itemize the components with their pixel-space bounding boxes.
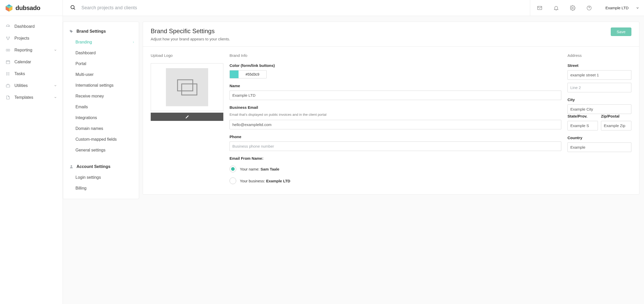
nav-calendar[interactable]: Calendar	[0, 56, 63, 68]
logo-upload-zone[interactable]	[151, 63, 223, 111]
svg-rect-27	[182, 84, 197, 95]
settings-item-label: Integrations	[75, 115, 97, 120]
zip-input[interactable]	[601, 121, 631, 130]
svg-point-12	[6, 37, 7, 38]
image-placeholder-icon	[166, 68, 208, 106]
nav-reporting[interactable]: Reporting	[0, 44, 63, 56]
svg-point-16	[7, 50, 8, 50]
radio-label: Your name: Sam Taale	[240, 167, 279, 171]
business-email-input[interactable]	[230, 120, 561, 129]
brand-color-picker[interactable]: #55d3c9	[230, 70, 267, 78]
color-swatch	[230, 70, 239, 78]
radio-prefix: Your name:	[240, 167, 260, 171]
checklist-icon	[6, 71, 10, 76]
account-settings-header: Account Settings	[63, 163, 139, 172]
branch-icon	[6, 36, 10, 41]
state-label: State/Prov.	[567, 114, 598, 118]
settings-item-label: Login settings	[75, 175, 101, 180]
settings-item-custom-mapped-fields[interactable]: Custom-mapped fields	[63, 134, 139, 145]
help-icon[interactable]	[584, 3, 594, 13]
nav-item-label: Utilities	[14, 83, 28, 88]
svg-rect-17	[6, 61, 10, 64]
settings-item-label: Branding	[75, 40, 92, 44]
settings-item-international[interactable]: International settings	[63, 80, 139, 91]
zip-label: Zip/Postal	[601, 114, 631, 118]
brand-area[interactable]: dubsado	[0, 0, 63, 16]
layout-body: Dashboard Projects Reporting Calendar Ta…	[0, 16, 644, 304]
brand-name-input[interactable]	[230, 91, 561, 100]
brand-info-section-label: Brand Info	[230, 53, 561, 58]
nav-item-label: Calendar	[14, 60, 31, 64]
address-section-label: Address	[567, 53, 631, 58]
nav-item-label: Tasks	[14, 71, 25, 76]
nav-item-label: Projects	[14, 36, 29, 41]
main-nav: Dashboard Projects Reporting Calendar Ta…	[0, 16, 63, 304]
radio-label: Your business: Example LTD	[240, 179, 290, 183]
settings-item-multi-user[interactable]: Multi-user	[63, 69, 139, 80]
svg-point-25	[70, 30, 71, 31]
svg-point-13	[9, 37, 10, 38]
bell-icon[interactable]	[551, 3, 561, 13]
svg-point-8	[572, 7, 573, 9]
pencil-icon	[185, 115, 189, 119]
email-from-name-label: Email From Name:	[230, 156, 561, 160]
settings-item-integrations[interactable]: Integrations	[63, 112, 139, 123]
radio-button[interactable]	[230, 177, 236, 184]
country-input[interactable]	[567, 142, 631, 152]
radio-your-business[interactable]: Your business: Example LTD	[230, 177, 561, 184]
svg-line-6	[74, 8, 75, 10]
chevron-down-icon	[54, 96, 57, 99]
section-title: Brand Settings	[77, 29, 106, 34]
nav-item-label: Reporting	[14, 48, 32, 52]
calendar-icon	[6, 60, 10, 64]
phone-label: Phone	[230, 135, 561, 139]
nav-item-label: Dashboard	[14, 24, 35, 29]
search-input[interactable]	[81, 5, 184, 11]
topbar: dubsado Example LTD	[0, 0, 644, 16]
radio-your-name[interactable]: Your name: Sam Taale	[230, 166, 561, 172]
settings-item-emails[interactable]: Emails	[63, 102, 139, 112]
name-label: Name	[230, 84, 561, 88]
street-label: Street	[567, 63, 631, 68]
svg-point-5	[71, 5, 74, 9]
settings-item-billing[interactable]: Billing	[63, 183, 139, 194]
city-label: City	[567, 97, 631, 102]
svg-rect-15	[6, 49, 10, 51]
upload-logo-label: Upload Logo	[151, 53, 223, 58]
settings-item-portal[interactable]: Portal	[63, 58, 139, 69]
state-input[interactable]	[567, 121, 598, 130]
gear-icon[interactable]	[568, 3, 578, 13]
settings-item-label: Multi-user	[75, 72, 94, 77]
color-value: #55d3c9	[239, 70, 266, 78]
nav-utilities[interactable]: Utilities	[0, 80, 63, 92]
settings-item-login-settings[interactable]: Login settings	[63, 172, 139, 183]
svg-rect-28	[177, 80, 193, 91]
brand-wordmark: dubsado	[15, 4, 40, 12]
tag-icon	[69, 29, 73, 33]
settings-item-dashboard[interactable]: Dashboard	[63, 48, 139, 58]
nav-tasks[interactable]: Tasks	[0, 68, 63, 80]
svg-point-26	[71, 165, 72, 167]
edit-logo-button[interactable]	[151, 113, 223, 121]
street-input[interactable]	[567, 70, 631, 80]
settings-item-receive-money[interactable]: Receive money	[63, 91, 139, 102]
business-email-label: Business Email	[230, 105, 561, 110]
phone-input[interactable]	[230, 141, 561, 151]
mail-icon[interactable]	[535, 3, 545, 13]
radio-button[interactable]	[230, 166, 236, 172]
save-button[interactable]: Save	[611, 28, 631, 36]
city-input[interactable]	[567, 104, 631, 114]
settings-item-general-settings[interactable]: General settings	[63, 145, 139, 156]
topbar-right: Example LTD	[530, 0, 644, 16]
nav-projects[interactable]: Projects	[0, 32, 63, 44]
main-card-body: Upload Logo Bra	[143, 47, 639, 184]
settings-item-domain-names[interactable]: Domain names	[63, 123, 139, 134]
nav-templates[interactable]: Templates	[0, 92, 63, 103]
account-dropdown[interactable]: Example LTD	[601, 6, 639, 10]
business-email-help: Email that's displayed on public invoice…	[230, 112, 561, 117]
street-line2-input[interactable]	[567, 83, 631, 92]
settings-item-branding[interactable]: Branding	[63, 37, 139, 48]
settings-item-label: General settings	[75, 148, 106, 153]
nav-dashboard[interactable]: Dashboard	[0, 21, 63, 32]
main-card-header: Brand Specific Settings Adjust how your …	[143, 22, 639, 47]
